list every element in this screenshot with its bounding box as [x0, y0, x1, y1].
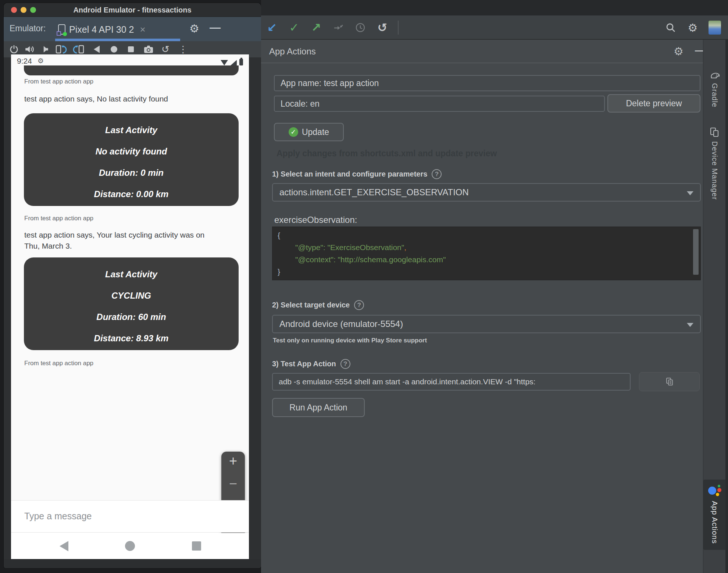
card-distance: Distance: 8.93 km: [24, 333, 239, 344]
panel-header: App Actions ⚙ —: [261, 40, 703, 63]
target-device-value: Android device (emulator-5554): [279, 319, 403, 329]
toolbar-separator: [398, 21, 399, 35]
help-icon[interactable]: ?: [340, 359, 350, 369]
intent-dropdown-value: actions.intent.GET_EXERCISE_OBSERVATION: [279, 187, 469, 197]
code-close-brace: }: [278, 266, 700, 278]
studio-top-strip: [261, 0, 728, 15]
user-avatar[interactable]: [707, 15, 723, 40]
card-duration: Duration: 0 min: [24, 168, 239, 178]
copy-icon: [665, 377, 674, 386]
message-input-row[interactable]: Type a message: [11, 500, 249, 533]
update-hint-text: Apply changes from shortcuts.xml and upd…: [276, 149, 497, 159]
undo-icon[interactable]: ↺: [374, 15, 390, 40]
emulator-settings-gear-icon[interactable]: ⚙: [189, 22, 199, 35]
gradle-elephant-icon: [709, 71, 720, 79]
message-sender-label: From test app action app: [24, 360, 93, 367]
phone-screen: 9:24 ⚙ From test app action app test app…: [11, 54, 249, 559]
app-actions-panel: App Actions ⚙ — App name: test app actio…: [261, 40, 703, 573]
copy-command-button[interactable]: [639, 372, 700, 391]
delete-preview-button[interactable]: Delete preview: [607, 94, 700, 113]
history-clock-icon[interactable]: [352, 15, 368, 40]
stripe-right-edge: [725, 40, 728, 573]
adb-command-field[interactable]: adb -s emulator-5554 shell am start -a a…: [272, 373, 631, 391]
emulator-panel-label: Emulator:: [10, 24, 46, 33]
status-bar-gear-icon: ⚙: [38, 57, 44, 65]
code-type-line: "@type": "ExerciseObservation",: [278, 241, 700, 253]
section-3-label: 3) Test App Action: [272, 360, 336, 368]
card-distance: Distance: 0.00 km: [24, 189, 239, 199]
step-out-arrow-icon[interactable]: ↗: [308, 15, 324, 40]
chevron-down-icon: [687, 323, 693, 327]
message-sender-label: From test app action app: [24, 215, 93, 222]
tool-window-stripe: Gradle Device Manager App Actions: [703, 40, 728, 573]
cell-signal-icon: [231, 60, 237, 65]
scrolled-card-remnant: [24, 65, 239, 75]
android-studio-area: ↙ ✓ ↗ ↺ ⚙ App Actions ⚙ — App na: [261, 0, 728, 573]
target-device-dropdown[interactable]: Android device (emulator-5554): [272, 315, 701, 333]
zoom-in-button[interactable]: +: [221, 453, 245, 469]
wifi-icon: [221, 60, 228, 65]
device-manager-tool-window-tab[interactable]: Device Manager: [703, 127, 726, 200]
update-button[interactable]: ✓ Update: [274, 123, 344, 141]
chevron-down-icon: [687, 191, 693, 195]
device-note: Test only on running device with Play St…: [273, 337, 427, 344]
section-3-header: 3) Test App Action ?: [272, 359, 350, 369]
emulator-minimize-icon[interactable]: —: [210, 21, 221, 34]
studio-toolbar: ↙ ✓ ↗ ↺ ⚙: [261, 15, 728, 40]
check-icon[interactable]: ✓: [286, 15, 302, 40]
panel-settings-gear-icon[interactable]: ⚙: [674, 45, 684, 58]
nav-back-icon[interactable]: [60, 541, 68, 551]
section-1-header: 1) Select an intent and configure parame…: [272, 169, 442, 179]
update-button-label: Update: [302, 127, 329, 137]
app-actions-tool-window-tab[interactable]: App Actions: [703, 480, 726, 550]
parameter-json-editor[interactable]: { "@type": "ExerciseObservation", "@cont…: [272, 227, 701, 280]
emulator-window-bottom-edge: [4, 559, 261, 568]
nav-overview-icon[interactable]: [192, 541, 201, 551]
assistant-icon: [708, 484, 721, 497]
device-manager-tab-label: Device Manager: [710, 141, 719, 200]
emulator-window: Android Emulator - fitnessactions Emulat…: [4, 3, 261, 568]
message-sender-label: From test app action app: [24, 78, 93, 85]
window-title: Android Emulator - fitnessactions: [4, 6, 261, 14]
section-1-label: 1) Select an intent and configure parame…: [272, 170, 427, 178]
search-icon[interactable]: [663, 15, 679, 40]
attach-debugger-icon[interactable]: [330, 15, 346, 40]
nav-home-icon[interactable]: [125, 541, 135, 551]
virtual-device-icon: [58, 24, 65, 35]
help-icon[interactable]: ?: [432, 169, 442, 179]
tab-label: Pixel 4 API 30 2: [69, 24, 134, 35]
activity-card: Last Activity CYCLING Duration: 60 min D…: [24, 257, 239, 350]
app-actions-tab-label: App Actions: [710, 501, 719, 544]
code-open-brace: {: [278, 229, 700, 241]
intent-dropdown[interactable]: actions.intent.GET_EXERCISE_OBSERVATION: [272, 183, 701, 202]
card-title: Last Activity: [24, 269, 239, 280]
device-manager-icon: [710, 127, 720, 138]
locale-field[interactable]: Locale: en: [274, 96, 605, 112]
app-name-field[interactable]: App name: test app action: [274, 75, 700, 91]
section-2-header: 2) Select target device ?: [272, 300, 364, 310]
battery-icon: [239, 59, 243, 65]
status-bar-icons: [221, 59, 243, 65]
zoom-out-button[interactable]: −: [221, 476, 245, 492]
screenshot-root: Android Emulator - fitnessactions Emulat…: [0, 0, 728, 573]
gradle-tab-label: Gradle: [710, 83, 719, 107]
help-icon[interactable]: ?: [354, 300, 364, 310]
code-scrollbar[interactable]: [693, 229, 699, 275]
activity-card: Last Activity No activity found Duration…: [24, 113, 239, 206]
card-status: No activity found: [24, 146, 239, 157]
settings-gear-icon[interactable]: ⚙: [685, 15, 701, 40]
run-app-action-button[interactable]: Run App Action: [272, 398, 365, 417]
active-tab-indicator: [55, 39, 180, 41]
gradle-tool-window-tab[interactable]: Gradle: [703, 71, 726, 107]
step-into-arrow-icon[interactable]: ↙: [264, 15, 280, 40]
tab-pixel-4-api-30-2[interactable]: Pixel 4 API 30 2 ×: [55, 20, 149, 39]
card-title: Last Activity: [24, 125, 239, 135]
section-2-label: 2) Select target device: [272, 301, 350, 309]
emulator-tab-row: Emulator: Pixel 4 API 30 2 × ⚙ —: [4, 17, 261, 41]
card-status: CYCLING: [24, 291, 239, 301]
close-tab-icon[interactable]: ×: [140, 24, 146, 35]
message-text: test app action says, Your last cycling …: [24, 229, 219, 252]
message-text: test app action says, No last activity f…: [24, 93, 168, 104]
card-duration: Duration: 60 min: [24, 312, 239, 322]
update-check-icon: ✓: [289, 127, 298, 137]
